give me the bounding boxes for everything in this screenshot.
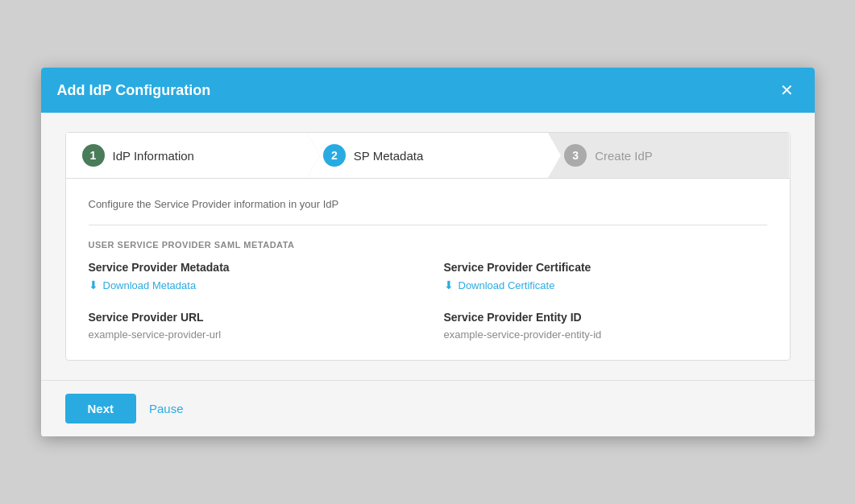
metadata-title-4: Service Provider Entity ID: [444, 311, 767, 324]
metadata-item-certificate: Service Provider Certificate ⬇ Download …: [444, 261, 767, 291]
metadata-grid: Service Provider Metadata ⬇ Download Met…: [89, 261, 767, 341]
metadata-item-metadata: Service Provider Metadata ⬇ Download Met…: [89, 261, 412, 291]
download-metadata-link[interactable]: ⬇ Download Metadata: [89, 279, 412, 291]
modal-title: Add IdP Configuration: [57, 82, 211, 99]
stepper-nav: 1 IdP Information 2 SP Metadata 3 Create…: [66, 133, 790, 179]
close-button[interactable]: ✕: [775, 81, 799, 100]
download-certificate-link[interactable]: ⬇ Download Certificate: [444, 279, 767, 291]
metadata-item-url: Service Provider URL example-service-pro…: [89, 311, 412, 341]
step-2-number: 2: [323, 144, 346, 167]
section-label: USER SERVICE PROVIDER SAML METADATA: [89, 240, 767, 250]
pause-button[interactable]: Pause: [149, 402, 184, 415]
modal-footer: Next Pause: [41, 380, 815, 436]
step-3-number: 3: [564, 144, 587, 167]
metadata-value-entity-id: example-service-provider-entity-id: [444, 328, 767, 341]
step-3: 3 Create IdP: [548, 133, 789, 178]
modal-overlay: Add IdP Configuration ✕ 1 IdP Informatio…: [0, 0, 855, 504]
step-2-label: SP Metadata: [354, 149, 423, 163]
metadata-title-1: Service Provider Metadata: [89, 261, 412, 274]
step-1-number: 1: [82, 144, 105, 167]
content-area: Configure the Service Provider informati…: [66, 179, 790, 360]
section-description: Configure the Service Provider informati…: [89, 198, 767, 210]
metadata-item-entity-id: Service Provider Entity ID example-servi…: [444, 311, 767, 341]
metadata-title-2: Service Provider Certificate: [444, 261, 767, 274]
step-2: 2 SP Metadata: [307, 133, 548, 178]
download-metadata-label: Download Metadata: [103, 279, 197, 291]
metadata-value-url: example-service-provider-url: [89, 328, 412, 341]
step-1: 1 IdP Information: [66, 133, 307, 178]
metadata-title-3: Service Provider URL: [89, 311, 412, 324]
step-1-label: IdP Information: [113, 149, 194, 163]
modal-header: Add IdP Configuration ✕: [41, 68, 815, 113]
section-divider: [89, 225, 767, 225]
download-certificate-label: Download Certificate: [459, 279, 555, 291]
modal-dialog: Add IdP Configuration ✕ 1 IdP Informatio…: [41, 68, 815, 436]
download-metadata-icon: ⬇: [89, 279, 98, 291]
download-certificate-icon: ⬇: [444, 279, 454, 291]
modal-body: 1 IdP Information 2 SP Metadata 3 Create…: [41, 113, 815, 380]
step-3-label: Create IdP: [595, 149, 653, 163]
next-button[interactable]: Next: [65, 394, 137, 423]
stepper-card: 1 IdP Information 2 SP Metadata 3 Create…: [65, 132, 791, 361]
